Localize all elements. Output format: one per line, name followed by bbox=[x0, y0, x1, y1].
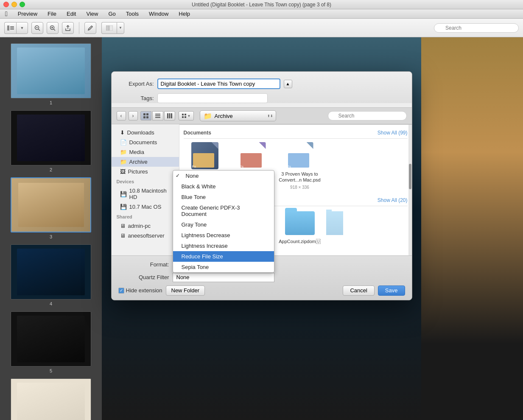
menu-go[interactable]: Go bbox=[106, 10, 117, 18]
thumbnail-5[interactable]: 5 bbox=[0, 309, 102, 376]
format-label: Format: bbox=[118, 261, 169, 268]
sidebar-item-label: aneesoftserver bbox=[128, 232, 165, 239]
folder-item-3[interactable] bbox=[326, 210, 343, 244]
sidebar-item-label: Archive bbox=[129, 159, 148, 165]
export-as-input[interactable] bbox=[157, 78, 280, 89]
zoom-out-button[interactable] bbox=[31, 22, 43, 34]
thumb-number-4: 4 bbox=[50, 301, 52, 306]
traffic-lights[interactable] bbox=[3, 2, 25, 7]
save-dialog: Export As: ▲ Tags: ‹ › bbox=[111, 71, 412, 300]
tags-row: Tags: bbox=[120, 93, 403, 103]
quartz-option-blue-tone[interactable]: Blue Tone bbox=[173, 192, 274, 202]
menubar:  Preview File Edit View Go Tools Window… bbox=[0, 9, 523, 19]
quartz-current-value: None bbox=[176, 274, 190, 280]
sidebar-item-documents[interactable]: 📄 Documents bbox=[112, 137, 179, 147]
sidebar-item-label: Pictures bbox=[128, 168, 148, 175]
quartz-option-label: Create Generic PDFX-3 Document bbox=[182, 204, 266, 217]
thumbnail-4[interactable]: 4 bbox=[0, 242, 102, 309]
cancel-button[interactable]: Cancel bbox=[343, 286, 374, 296]
svg-line-5 bbox=[39, 29, 40, 31]
quartz-option-sepia-tone[interactable]: Sepia Tone bbox=[173, 262, 274, 272]
sidebar-toggle-button[interactable] bbox=[4, 22, 16, 34]
quartz-row: Quartz Filter None None bbox=[118, 273, 405, 282]
quartz-select-button[interactable]: None bbox=[173, 273, 274, 282]
menu-view[interactable]: View bbox=[84, 10, 100, 18]
menu-tools[interactable]: Tools bbox=[124, 10, 140, 18]
quartz-option-black-white[interactable]: Black & White bbox=[173, 181, 274, 192]
menu-window[interactable]: Window bbox=[147, 10, 170, 18]
sidebar-item-aneesoftserver[interactable]: 🖥 aneesoftserver bbox=[112, 231, 179, 241]
nav-forward-button[interactable]: › bbox=[129, 111, 138, 120]
quartz-option-gray-tone[interactable]: Gray Tone bbox=[173, 219, 274, 230]
file-item-2[interactable]: Ps 3 Proven Ways to Convert...n Mac.psd … bbox=[279, 142, 321, 190]
markup-button[interactable] bbox=[84, 22, 96, 34]
menu-preview[interactable]: Preview bbox=[16, 10, 39, 18]
dialog-overlay: Export As: ▲ Tags: ‹ › bbox=[102, 37, 421, 420]
thumb-number-3: 3 bbox=[50, 234, 52, 239]
dialog-header: Export As: ▲ Tags: bbox=[112, 72, 412, 103]
close-button[interactable] bbox=[3, 2, 9, 7]
apple-menu[interactable]:  bbox=[3, 9, 9, 19]
hide-extension-text: Hide extension bbox=[126, 287, 162, 294]
sidebar-item-mac-os[interactable]: 💾 10.7 Mac OS bbox=[112, 202, 179, 212]
main-area: 1 2 3 4 5 bbox=[0, 37, 523, 420]
sidebar-item-pictures[interactable]: 🖼 Pictures bbox=[112, 167, 179, 176]
panel-arrow-button[interactable]: ▼ bbox=[117, 22, 124, 34]
documents-icon: 📄 bbox=[120, 139, 127, 146]
quartz-option-lightness-increase[interactable]: Lightness Increase bbox=[173, 241, 274, 251]
sidebar-item-macintosh-hd[interactable]: 💾 10.8 Macintosh HD bbox=[112, 186, 179, 202]
zoom-in-button[interactable] bbox=[47, 22, 59, 34]
hide-extension-checkbox[interactable]: ✓ bbox=[118, 288, 124, 294]
location-dropdown[interactable]: 📁 Archive ⬆⬇ bbox=[200, 110, 276, 121]
folder-icon-3 bbox=[326, 210, 343, 237]
folders-show-all[interactable]: Show All (20) bbox=[378, 197, 408, 203]
menu-help[interactable]: Help bbox=[177, 10, 192, 18]
file-item-3[interactable] bbox=[326, 142, 347, 190]
quartz-option-reduce-file-size[interactable]: Reduce File Size bbox=[173, 251, 274, 262]
thumbnail-6[interactable]: 6 bbox=[0, 376, 102, 420]
quartz-option-label: Lightness Decrease bbox=[182, 232, 230, 238]
save-button[interactable]: Save bbox=[378, 286, 405, 296]
menu-edit[interactable]: Edit bbox=[65, 10, 78, 18]
svg-rect-17 bbox=[155, 114, 160, 115]
thumbnail-3[interactable]: 3 bbox=[0, 175, 102, 242]
icon-view-button[interactable] bbox=[140, 111, 151, 120]
expand-toggle-button[interactable]: ▼ bbox=[16, 22, 28, 34]
panel-button[interactable] bbox=[101, 22, 117, 34]
search-input[interactable] bbox=[434, 23, 519, 33]
shared-section-title: Shared bbox=[112, 212, 179, 221]
thumbnail-2[interactable]: 2 bbox=[0, 108, 102, 175]
svg-rect-13 bbox=[143, 113, 145, 115]
quartz-option-none[interactable]: None bbox=[173, 171, 274, 181]
column-view-button[interactable] bbox=[164, 111, 175, 120]
maximize-button[interactable] bbox=[20, 2, 25, 7]
svg-rect-22 bbox=[171, 113, 172, 118]
sidebar-item-downloads[interactable]: ⬇ Downloads bbox=[112, 128, 179, 137]
quartz-option-pdfx3[interactable]: Create Generic PDFX-3 Document bbox=[173, 202, 274, 219]
nav-back-button[interactable]: ‹ bbox=[117, 111, 126, 120]
sidebar-item-media[interactable]: 📁 Media bbox=[112, 147, 179, 157]
search-wrapper: 🔍 bbox=[328, 111, 407, 120]
list-view-button[interactable] bbox=[152, 111, 163, 120]
export-as-row: Export As: ▲ bbox=[120, 78, 403, 89]
scrollbar-thumb[interactable] bbox=[409, 164, 411, 189]
tags-input[interactable] bbox=[157, 93, 268, 103]
documents-show-all[interactable]: Show All (99) bbox=[378, 130, 408, 136]
sidebar-item-admin-pc[interactable]: 🖥 admin-pc bbox=[112, 221, 179, 231]
file-search-input[interactable] bbox=[328, 111, 407, 120]
sidebar-item-archive[interactable]: 📁 Archive bbox=[112, 157, 179, 167]
share-button[interactable] bbox=[62, 22, 74, 34]
preview-area: Export As: ▲ Tags: ‹ › bbox=[102, 37, 421, 420]
thumbnail-1[interactable]: 1 bbox=[0, 41, 102, 108]
file-size-2: 918 × 336 bbox=[290, 185, 309, 190]
quartz-option-lightness-decrease[interactable]: Lightness Decrease bbox=[173, 230, 274, 241]
dialog-nav: ‹ › bbox=[112, 107, 412, 124]
new-folder-button[interactable]: New Folder bbox=[166, 286, 205, 296]
arrange-button[interactable]: ▼ bbox=[179, 111, 194, 120]
scrollbar-track[interactable] bbox=[408, 125, 412, 255]
minimize-button[interactable] bbox=[11, 2, 17, 7]
menu-file[interactable]: File bbox=[46, 10, 58, 18]
expand-button[interactable]: ▲ bbox=[284, 80, 292, 88]
svg-rect-16 bbox=[146, 116, 148, 118]
folder-item-2[interactable]: AppCount.zipdom🇺 bbox=[279, 210, 321, 244]
